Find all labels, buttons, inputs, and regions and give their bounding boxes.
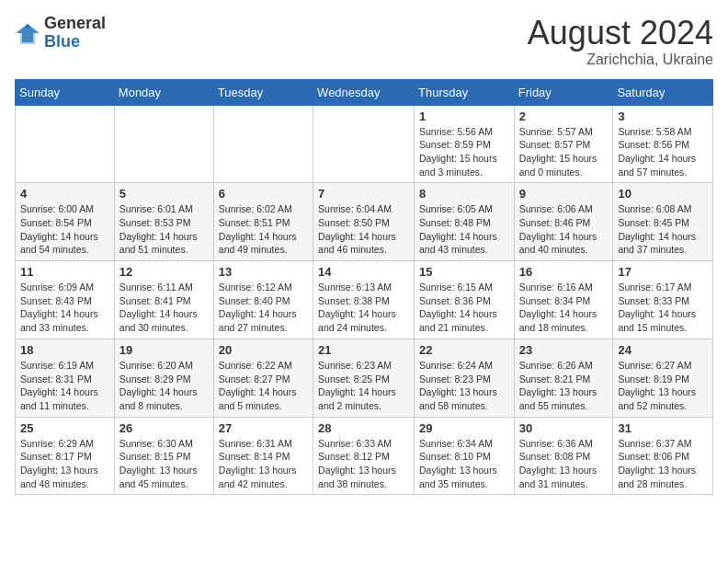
logo: General Blue (15, 15, 106, 52)
day-number: 6 (219, 187, 308, 201)
calendar-cell: 12Sunrise: 6:11 AM Sunset: 8:41 PM Dayli… (114, 261, 213, 339)
day-number: 10 (618, 187, 708, 201)
day-info: Sunrise: 6:04 AM Sunset: 8:50 PM Dayligh… (318, 202, 409, 257)
calendar-cell (313, 105, 415, 183)
day-number: 7 (318, 187, 409, 201)
day-info: Sunrise: 6:17 AM Sunset: 8:33 PM Dayligh… (618, 281, 708, 335)
calendar-cell: 13Sunrise: 6:12 AM Sunset: 8:40 PM Dayli… (213, 261, 313, 339)
day-number: 1 (419, 109, 509, 123)
calendar-cell: 15Sunrise: 6:15 AM Sunset: 8:36 PM Dayli… (415, 261, 515, 339)
day-number: 20 (219, 343, 308, 357)
logo-icon (15, 20, 40, 46)
day-info: Sunrise: 6:27 AM Sunset: 8:19 PM Dayligh… (618, 359, 708, 413)
day-number: 19 (119, 343, 209, 357)
week-row-4: 18Sunrise: 6:19 AM Sunset: 8:31 PM Dayli… (16, 339, 713, 417)
calendar-cell: 14Sunrise: 6:13 AM Sunset: 8:38 PM Dayli… (313, 261, 415, 339)
day-info: Sunrise: 6:24 AM Sunset: 8:23 PM Dayligh… (419, 359, 509, 413)
day-info: Sunrise: 6:06 AM Sunset: 8:46 PM Dayligh… (519, 202, 609, 257)
calendar-cell: 18Sunrise: 6:19 AM Sunset: 8:31 PM Dayli… (16, 339, 115, 417)
day-number: 18 (20, 343, 109, 357)
day-number: 14 (318, 265, 409, 279)
day-number: 27 (219, 421, 308, 435)
calendar-cell: 6Sunrise: 6:02 AM Sunset: 8:51 PM Daylig… (213, 183, 313, 261)
calendar-cell: 11Sunrise: 6:09 AM Sunset: 8:43 PM Dayli… (16, 261, 115, 339)
day-info: Sunrise: 6:26 AM Sunset: 8:21 PM Dayligh… (519, 359, 609, 413)
day-info: Sunrise: 6:30 AM Sunset: 8:15 PM Dayligh… (119, 437, 209, 491)
calendar-cell: 27Sunrise: 6:31 AM Sunset: 8:14 PM Dayli… (213, 417, 313, 495)
day-number: 8 (419, 187, 509, 201)
day-number: 4 (20, 187, 109, 201)
weekday-header-wednesday: Wednesday (313, 79, 415, 105)
weekday-header-thursday: Thursday (415, 79, 515, 105)
day-number: 28 (318, 421, 409, 435)
calendar-cell: 2Sunrise: 5:57 AM Sunset: 8:57 PM Daylig… (514, 105, 613, 183)
logo-general-text: General (44, 14, 106, 32)
calendar-cell: 4Sunrise: 6:00 AM Sunset: 8:54 PM Daylig… (16, 183, 115, 261)
weekday-header-monday: Monday (114, 79, 213, 105)
day-number: 30 (519, 421, 609, 435)
weekday-header-friday: Friday (514, 79, 613, 105)
day-number: 12 (119, 265, 209, 279)
day-info: Sunrise: 6:34 AM Sunset: 8:10 PM Dayligh… (419, 437, 509, 491)
day-info: Sunrise: 5:57 AM Sunset: 8:57 PM Dayligh… (519, 125, 609, 179)
calendar-cell: 20Sunrise: 6:22 AM Sunset: 8:27 PM Dayli… (213, 339, 313, 417)
day-info: Sunrise: 6:12 AM Sunset: 8:40 PM Dayligh… (219, 281, 308, 335)
day-info: Sunrise: 6:22 AM Sunset: 8:27 PM Dayligh… (219, 359, 308, 413)
page-header: General Blue August 2024 Zarichchia, Ukr… (15, 15, 713, 68)
weekday-header-saturday: Saturday (613, 79, 713, 105)
day-info: Sunrise: 6:19 AM Sunset: 8:31 PM Dayligh… (20, 359, 109, 413)
calendar-cell: 8Sunrise: 6:05 AM Sunset: 8:48 PM Daylig… (415, 183, 515, 261)
calendar-cell: 17Sunrise: 6:17 AM Sunset: 8:33 PM Dayli… (613, 261, 713, 339)
month-year-title: August 2024 (528, 15, 713, 52)
calendar-cell: 29Sunrise: 6:34 AM Sunset: 8:10 PM Dayli… (415, 417, 515, 495)
day-info: Sunrise: 6:02 AM Sunset: 8:51 PM Dayligh… (219, 202, 308, 257)
day-number: 21 (318, 343, 409, 357)
day-info: Sunrise: 6:08 AM Sunset: 8:45 PM Dayligh… (618, 202, 708, 257)
location-subtitle: Zarichchia, Ukraine (528, 52, 713, 68)
day-info: Sunrise: 6:01 AM Sunset: 8:53 PM Dayligh… (119, 202, 209, 257)
day-number: 25 (20, 421, 109, 435)
day-info: Sunrise: 6:05 AM Sunset: 8:48 PM Dayligh… (419, 202, 509, 257)
calendar-cell: 24Sunrise: 6:27 AM Sunset: 8:19 PM Dayli… (613, 339, 713, 417)
calendar-cell: 7Sunrise: 6:04 AM Sunset: 8:50 PM Daylig… (313, 183, 415, 261)
day-info: Sunrise: 5:58 AM Sunset: 8:56 PM Dayligh… (618, 125, 708, 179)
day-info: Sunrise: 6:29 AM Sunset: 8:17 PM Dayligh… (20, 437, 109, 491)
day-info: Sunrise: 6:15 AM Sunset: 8:36 PM Dayligh… (419, 281, 509, 335)
calendar-cell: 31Sunrise: 6:37 AM Sunset: 8:06 PM Dayli… (613, 417, 713, 495)
day-number: 15 (419, 265, 509, 279)
day-info: Sunrise: 6:20 AM Sunset: 8:29 PM Dayligh… (119, 359, 209, 413)
logo-blue-text: Blue (44, 32, 80, 51)
calendar-cell (213, 105, 313, 183)
day-number: 16 (519, 265, 609, 279)
day-info: Sunrise: 6:33 AM Sunset: 8:12 PM Dayligh… (318, 437, 409, 491)
day-number: 24 (618, 343, 708, 357)
calendar-cell: 3Sunrise: 5:58 AM Sunset: 8:56 PM Daylig… (613, 105, 713, 183)
calendar-cell: 19Sunrise: 6:20 AM Sunset: 8:29 PM Dayli… (114, 339, 213, 417)
day-number: 29 (419, 421, 509, 435)
day-info: Sunrise: 5:56 AM Sunset: 8:59 PM Dayligh… (419, 125, 509, 179)
week-row-3: 11Sunrise: 6:09 AM Sunset: 8:43 PM Dayli… (16, 261, 713, 339)
calendar-cell: 21Sunrise: 6:23 AM Sunset: 8:25 PM Dayli… (313, 339, 415, 417)
day-info: Sunrise: 6:16 AM Sunset: 8:34 PM Dayligh… (519, 281, 609, 335)
calendar-cell: 1Sunrise: 5:56 AM Sunset: 8:59 PM Daylig… (415, 105, 515, 183)
week-row-1: 1Sunrise: 5:56 AM Sunset: 8:59 PM Daylig… (16, 105, 713, 183)
day-info: Sunrise: 6:00 AM Sunset: 8:54 PM Dayligh… (20, 202, 109, 257)
calendar-cell (16, 105, 115, 183)
day-info: Sunrise: 6:09 AM Sunset: 8:43 PM Dayligh… (20, 281, 109, 335)
day-number: 5 (119, 187, 209, 201)
calendar-cell: 9Sunrise: 6:06 AM Sunset: 8:46 PM Daylig… (514, 183, 613, 261)
day-number: 2 (519, 109, 609, 123)
day-number: 9 (519, 187, 609, 201)
calendar-cell: 28Sunrise: 6:33 AM Sunset: 8:12 PM Dayli… (313, 417, 415, 495)
week-row-5: 25Sunrise: 6:29 AM Sunset: 8:17 PM Dayli… (16, 417, 713, 495)
svg-marker-1 (15, 28, 40, 44)
calendar-cell: 25Sunrise: 6:29 AM Sunset: 8:17 PM Dayli… (16, 417, 115, 495)
day-info: Sunrise: 6:23 AM Sunset: 8:25 PM Dayligh… (318, 359, 409, 413)
day-number: 31 (618, 421, 708, 435)
day-number: 22 (419, 343, 509, 357)
calendar-cell: 26Sunrise: 6:30 AM Sunset: 8:15 PM Dayli… (114, 417, 213, 495)
day-info: Sunrise: 6:13 AM Sunset: 8:38 PM Dayligh… (318, 281, 409, 335)
day-info: Sunrise: 6:37 AM Sunset: 8:06 PM Dayligh… (618, 437, 708, 491)
weekday-header-sunday: Sunday (16, 79, 115, 105)
weekday-header-row: SundayMondayTuesdayWednesdayThursdayFrid… (16, 79, 713, 105)
